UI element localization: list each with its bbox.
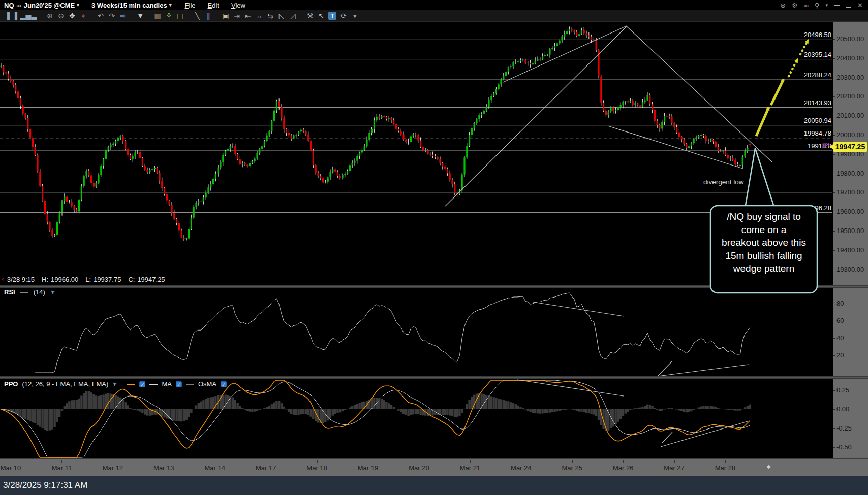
osma-bar [332, 409, 334, 416]
callout-tail[interactable] [745, 148, 774, 208]
crosshair-icon[interactable]: ⌖ [79, 11, 87, 21]
osma-bar [244, 409, 246, 410]
ppo-checkbox[interactable]: ✓ [139, 381, 145, 387]
osma-bar [551, 409, 553, 412]
minimize-button[interactable] [834, 3, 840, 6]
osma-bar [739, 409, 741, 411]
ppo-trendline[interactable] [517, 380, 624, 396]
zoom-out-icon[interactable]: ⊖ [57, 11, 65, 21]
compress-bars-icon[interactable]: ⇆ [266, 11, 274, 21]
candle-body [203, 197, 204, 201]
pointer-tool-icon[interactable]: ↖ [317, 11, 325, 21]
menu-file[interactable]: File [185, 2, 196, 9]
ppo-title[interactable]: PPO [4, 380, 18, 388]
rsi-trendline[interactable] [658, 361, 672, 376]
link-icon[interactable]: ∞ [804, 2, 809, 9]
contract-label[interactable]: Jun20'25 @CME [24, 2, 75, 9]
osma-bar [461, 409, 463, 413]
refresh-icon[interactable]: ⟳ [339, 11, 348, 21]
rsi-pointer-icon[interactable]: ➤ [49, 288, 57, 296]
ppo-trendline[interactable] [662, 432, 672, 443]
osma-bar [180, 409, 182, 421]
candle-body [478, 115, 480, 119]
auto-scale-right-icon[interactable]: ◿ [289, 11, 297, 21]
timeframe-dropdown-icon[interactable]: ▼ [168, 3, 173, 8]
trendline[interactable] [503, 26, 627, 82]
projected-target-arrow[interactable] [789, 59, 797, 76]
candle-body [571, 29, 573, 30]
channel-tool-icon[interactable]: ∥ [204, 11, 212, 21]
strategy-icon[interactable]: ⚘ [165, 11, 173, 21]
zoom-in-icon[interactable]: ⊕ [46, 11, 54, 21]
symbol-dropdown-icon[interactable]: ▼ [76, 3, 80, 8]
rectangle-tool-icon[interactable]: ▣ [222, 11, 230, 21]
ppo-trendline[interactable] [661, 421, 748, 447]
rsi-title[interactable]: RSI [4, 288, 15, 296]
maximize-button[interactable] [846, 3, 851, 8]
close-overlay-icon[interactable]: × [1, 277, 4, 282]
osma-bar [178, 409, 180, 421]
candle-body [432, 155, 433, 156]
pin-caret-icon[interactable]: ▾ [826, 3, 828, 8]
settings-gear-icon[interactable]: ⚙ [792, 2, 798, 9]
next-arrow-icon[interactable]: ⇨ [119, 11, 127, 21]
undo-icon[interactable]: ↶ [97, 11, 105, 21]
report-icon[interactable]: ▤ [176, 11, 184, 21]
projected-target-arrow[interactable] [800, 40, 808, 54]
time-axis[interactable]: Mar 10Mar 11Mar 12Mar 13Mar 14Mar 17Mar … [0, 458, 868, 476]
candle-body [510, 66, 512, 67]
ma-checkbox[interactable]: ✓ [176, 381, 182, 387]
date-label: Mar 17 [256, 464, 276, 472]
rsi-axis-label: 20 [836, 351, 868, 359]
chart-style-icon[interactable]: ▌▐ [7, 11, 17, 21]
candle-body [524, 60, 526, 63]
bar-shift-left-icon[interactable]: ⇤ [244, 11, 252, 21]
rsi-trendline[interactable] [533, 302, 624, 316]
symbol-label[interactable]: NQ [4, 2, 14, 9]
menu-view[interactable]: View [231, 2, 245, 9]
ppo-pointer-icon[interactable]: ➤ [111, 380, 119, 388]
redo-icon[interactable]: ↷ [108, 11, 116, 21]
candle-body [56, 222, 58, 235]
tools-icon[interactable]: ⚒ [306, 11, 314, 21]
chat-search-icon[interactable]: ⊛ [780, 2, 786, 9]
bar-shift-right-icon[interactable]: ⇥ [233, 11, 241, 21]
osma-bar [64, 406, 66, 409]
callout-note[interactable]: /NQ buy signal tocome on abreakout above… [710, 210, 817, 275]
buy-target-arrow[interactable] [771, 79, 784, 105]
timeframe-selector[interactable]: 3 Weeks/15 min candles [91, 2, 167, 9]
volume-icon[interactable]: ▂▅▃ [20, 11, 37, 21]
rsi-trendline[interactable] [658, 365, 749, 376]
trendline[interactable] [445, 26, 627, 206]
more-tools-caret-icon[interactable]: ▾ [351, 11, 359, 21]
buy-target-arrow[interactable] [756, 107, 769, 136]
candle-body [110, 145, 111, 147]
osma-bar [368, 400, 370, 409]
panel-separator[interactable] [0, 376, 868, 379]
drawing-triangle-icon[interactable]: ▼ [136, 11, 144, 21]
candle-body [181, 230, 182, 238]
osma-bar [503, 400, 505, 409]
trendline-tool-icon[interactable]: ╲ [193, 11, 201, 21]
candle-body [234, 146, 236, 154]
pin-icon[interactable]: ⚲ [815, 2, 820, 9]
close-button[interactable]: ✕ [857, 2, 863, 9]
price-axis-tick [833, 270, 835, 270]
candle-body [127, 149, 129, 155]
candle-body [151, 169, 153, 170]
trendline[interactable] [627, 26, 772, 162]
panel-separator[interactable] [0, 285, 868, 288]
expansion-marker-icon[interactable]: ◆ [767, 464, 771, 469]
chart-notes-icon[interactable]: ▦ [153, 11, 162, 21]
osma-bar [490, 396, 492, 409]
menu-edit[interactable]: Edit [208, 2, 219, 9]
text-note-tool-icon[interactable]: T [328, 12, 336, 20]
osma-checkbox[interactable]: ✓ [221, 381, 227, 387]
osma-bar [434, 409, 436, 415]
pan-hand-icon[interactable]: ✥ [68, 11, 76, 21]
expand-bars-icon[interactable]: ↔ [255, 11, 263, 21]
trendline[interactable] [608, 126, 743, 169]
auto-scale-left-icon[interactable]: ◺ [277, 11, 286, 21]
candle-body [313, 150, 314, 165]
osma-bar [381, 399, 383, 409]
